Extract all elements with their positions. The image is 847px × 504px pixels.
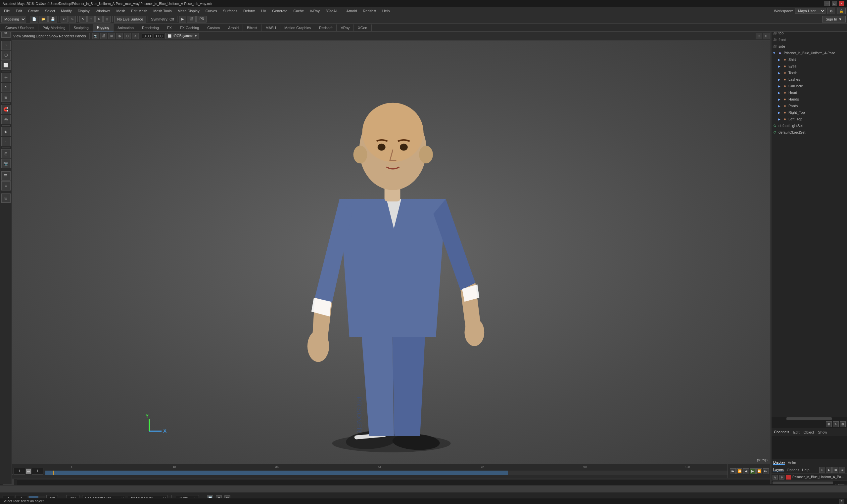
misc-tool-2[interactable]: ≡ (1, 181, 11, 191)
tab-fx-caching[interactable]: FX Caching (176, 24, 203, 31)
menu-modify[interactable]: Modify (58, 8, 74, 14)
wireframe-icon-btn[interactable]: ⬡ (124, 33, 131, 39)
outliner-item-caruncle[interactable]: ▶ ◈ Caruncle (771, 83, 847, 89)
vp-menu-shading[interactable]: Shading (22, 34, 35, 38)
menu-windows[interactable]: Windows (93, 8, 113, 14)
mel-input-field[interactable] (17, 479, 836, 485)
vp-menu-view[interactable]: View (13, 34, 21, 38)
tab-curves-surfaces[interactable]: Curves / Surfaces (1, 24, 38, 31)
move-tool-button[interactable]: ✛ (87, 16, 95, 22)
timeline-current-input[interactable] (14, 468, 25, 474)
menu-help[interactable]: Help (380, 8, 393, 14)
lasso-tool[interactable]: ○ (1, 41, 11, 50)
tab-sculpting[interactable]: Sculpting (70, 24, 93, 31)
paint-select-tool[interactable]: ⬡ (1, 51, 11, 60)
outliner-item-teeth[interactable]: ▶ ◈ Teeth (771, 69, 847, 76)
cb-icon2[interactable]: ✎ (833, 421, 839, 427)
layer-icon4[interactable]: ⏭ (839, 467, 845, 473)
outliner-item-eyes[interactable]: ▶ ◈ Eyes (771, 63, 847, 69)
outliner-item-hands[interactable]: ▶ ◈ Hands (771, 96, 847, 103)
close-button[interactable]: ✕ (839, 1, 844, 6)
menu-vray[interactable]: V-Ray (307, 8, 322, 14)
outliner-item-pants[interactable]: ▶ ◈ Pants (771, 103, 847, 109)
tab-mash[interactable]: MASH (261, 24, 280, 31)
layer-tab-layers[interactable]: Layers (773, 468, 784, 472)
snap-tool[interactable]: 🧲 (1, 105, 11, 114)
right-panel-hscrollbar-thumb[interactable] (773, 482, 833, 484)
move-tool[interactable]: ✛ (1, 73, 11, 82)
cb-icon1[interactable]: ⊞ (826, 421, 832, 427)
layer-vis-p[interactable]: P (779, 475, 784, 480)
menu-arnold[interactable]: Arnold (344, 8, 360, 14)
sign-in-button[interactable]: Sign In▼ (822, 16, 846, 22)
tab-animation[interactable]: Animation (114, 24, 138, 31)
outliner-hscrollbar[interactable] (771, 417, 847, 420)
tab-rigging[interactable]: Rigging (93, 24, 114, 32)
timeline-bar[interactable] (45, 471, 816, 475)
workspace-dropdown[interactable]: Maya User... (795, 8, 826, 14)
vp-resize-icon[interactable]: ⊟ (756, 33, 762, 39)
outliner-item-left-top[interactable]: ▶ ◈ Left_Top (771, 116, 847, 122)
vp-menu-show[interactable]: Show (49, 34, 58, 38)
scale-tool[interactable]: ⊞ (1, 93, 11, 102)
menu-surfaces[interactable]: Surfaces (221, 8, 240, 14)
mode-dropdown[interactable]: Modeling (1, 16, 26, 22)
select-tool-button[interactable]: ↖ (80, 16, 87, 22)
outliner-item-head[interactable]: ▶ ◈ Head (771, 89, 847, 96)
layer-icon3[interactable]: ⏮ (832, 467, 839, 473)
open-button[interactable]: 📂 (39, 16, 48, 22)
render-button[interactable]: ▶ (179, 16, 186, 22)
rotate-tool-button[interactable]: ↻ (95, 16, 103, 22)
help-line-icon[interactable]: ? (839, 499, 844, 504)
shading-icon-btn[interactable]: ◑ (116, 33, 123, 39)
new-scene-button[interactable]: 📄 (30, 16, 38, 22)
redo-button[interactable]: ↪ (69, 16, 76, 22)
vp-menu-panels[interactable]: Panels (75, 34, 86, 38)
maximize-button[interactable]: □ (832, 1, 837, 6)
layer-vis-v[interactable]: V (773, 475, 778, 480)
hscrollbar-thumb[interactable] (786, 417, 832, 420)
menu-redshift[interactable]: Redshift (360, 8, 379, 14)
xray-icon-btn[interactable]: ☀ (132, 33, 139, 39)
rotate-tool[interactable]: ↻ (1, 83, 11, 92)
outliner-item-prisoner-group[interactable]: ▼ ◆ Prisoner_in_Blue_Uniform_A-Pose (771, 50, 847, 56)
vp-fullscreen-icon[interactable]: ⊞ (763, 33, 770, 39)
vp-menu-renderer[interactable]: Renderer (59, 34, 74, 38)
grid-tool[interactable]: ⊞ (1, 149, 11, 158)
cb-tab-object[interactable]: Object (803, 430, 814, 434)
outliner-item-object-set[interactable]: ⬡ defaultObjectSet (771, 129, 847, 136)
menu-deform[interactable]: Deform (241, 8, 258, 14)
misc-tool-3[interactable]: ⊟ (1, 194, 11, 203)
layer-tab-options[interactable]: Options (787, 468, 799, 472)
camera-tool[interactable]: 📷 (1, 159, 11, 168)
play-forward-button[interactable]: ▶ (750, 468, 756, 474)
outliner-item-lashes[interactable]: ▶ ◈ Lashes (771, 76, 847, 83)
component-tool[interactable]: ⬖ (1, 127, 11, 136)
undo-button[interactable]: ↩ (60, 16, 68, 22)
tab-xgen[interactable]: XGen (354, 24, 371, 31)
tab-rendering[interactable]: Rendering (138, 24, 163, 31)
timeline-range-input[interactable] (32, 468, 44, 474)
menu-curves[interactable]: Curves (203, 8, 220, 14)
main-viewport[interactable]: PRISONER (12, 41, 771, 466)
tab-arnold[interactable]: Arnold (224, 24, 243, 31)
vp-menu-lighting[interactable]: Lighting (36, 34, 49, 38)
menu-edit[interactable]: Edit (13, 8, 25, 14)
cb-tab-channels[interactable]: Channels (774, 430, 789, 434)
outliner-item-light-set[interactable]: ⬡ defaultLightSet (771, 122, 847, 129)
marquee-tool[interactable]: ⬜ (1, 60, 11, 70)
tab-vray[interactable]: VRay (336, 24, 354, 31)
panel-resize-handle[interactable] (770, 7, 772, 484)
step-back-button[interactable]: ⏪ (737, 468, 742, 474)
tab-redshift[interactable]: Redshift (315, 24, 336, 31)
outliner-item-shirt[interactable]: ▶ ◈ Shirt (771, 56, 847, 63)
outliner-item-front[interactable]: 🎥 front (771, 36, 847, 43)
film-icon-btn[interactable]: 🎬 (100, 33, 107, 39)
right-panel-hscrollbar[interactable] (771, 481, 847, 484)
tab-custom[interactable]: Custom (203, 24, 224, 31)
layer-item[interactable]: V P Prisoner_in_Blue_Uniform_A_Pose_ (771, 473, 847, 481)
minimize-button[interactable]: — (825, 1, 830, 6)
workspace-options-button[interactable]: ⚙ (828, 7, 835, 14)
menu-edit-mesh[interactable]: Edit Mesh (128, 8, 150, 14)
scale-tool-button[interactable]: ⊞ (103, 16, 110, 22)
